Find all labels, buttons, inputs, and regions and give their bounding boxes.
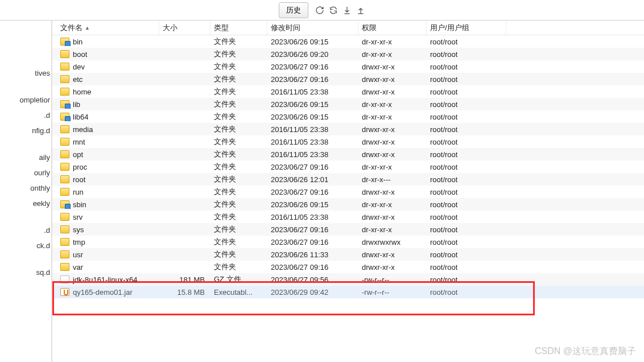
folder-icon bbox=[60, 138, 69, 146]
file-user: root/root bbox=[427, 38, 506, 46]
sidebar-item[interactable]: ompletior bbox=[0, 92, 51, 108]
table-row[interactable]: qy165-demo01.jar15.8 MBExecutabl...2023/… bbox=[52, 286, 644, 298]
folder-icon bbox=[60, 263, 69, 271]
table-row[interactable]: jdk-8u161-linux-x64181 MBGZ 文件2023/06/27… bbox=[52, 273, 644, 286]
header-perm[interactable]: 权限 bbox=[358, 20, 427, 35]
file-perm: dr-xr-xr-x bbox=[358, 200, 427, 209]
file-date: 2023/06/26 12:01 bbox=[267, 175, 358, 184]
file-perm: drwxr-xr-x bbox=[358, 263, 427, 272]
sidebar-item[interactable] bbox=[0, 253, 51, 265]
file-type: 文件夹 bbox=[210, 112, 267, 122]
header-date[interactable]: 修改时间 bbox=[267, 20, 358, 35]
file-type: 文件夹 bbox=[210, 137, 267, 147]
sidebar-item[interactable]: tives bbox=[0, 65, 51, 81]
sidebar-item[interactable]: eekly bbox=[0, 196, 51, 211]
sidebar-item[interactable]: aily bbox=[0, 150, 51, 165]
sidebar-item[interactable] bbox=[0, 211, 51, 223]
file-date: 2023/06/27 09:16 bbox=[267, 238, 358, 246]
sync-icon[interactable] bbox=[329, 6, 338, 15]
file-user: root/root bbox=[427, 63, 506, 71]
sidebar-item[interactable]: .d bbox=[0, 223, 51, 238]
table-row[interactable]: sys文件夹2023/06/27 09:16dr-xr-xr-xroot/roo… bbox=[52, 223, 644, 236]
sidebar-item[interactable]: onthly bbox=[0, 180, 51, 196]
refresh-icon[interactable] bbox=[315, 6, 324, 15]
file-type: 文件夹 bbox=[210, 61, 267, 72]
file-type: 文件夹 bbox=[210, 174, 267, 184]
table-row[interactable]: root文件夹2023/06/26 12:01dr-xr-x---root/ro… bbox=[52, 173, 644, 186]
sidebar-item[interactable]: ourly bbox=[0, 165, 51, 180]
file-name: proc bbox=[73, 163, 87, 171]
file-perm: drwxr-xr-x bbox=[358, 138, 427, 146]
sidebar-item[interactable]: ck.d bbox=[0, 238, 51, 253]
table-row[interactable]: var文件夹2023/06/27 09:16drwxr-xr-xroot/roo… bbox=[52, 261, 644, 273]
file-perm: -rw-r--r-- bbox=[358, 288, 427, 297]
download-icon[interactable] bbox=[342, 6, 352, 15]
sidebar-item[interactable]: sq.d bbox=[0, 265, 51, 280]
table-row[interactable]: srv文件夹2016/11/05 23:38drwxr-xr-xroot/roo… bbox=[52, 211, 644, 223]
file-user: root/root bbox=[427, 288, 506, 297]
file-date: 2016/11/05 23:38 bbox=[267, 150, 358, 159]
history-button[interactable]: 历史 bbox=[279, 2, 308, 18]
sidebar-item[interactable] bbox=[0, 81, 51, 92]
file-perm: dr-xr-xr-x bbox=[358, 38, 427, 46]
file-date: 2016/11/05 23:38 bbox=[267, 125, 358, 134]
file-user: root/root bbox=[427, 100, 506, 109]
file-name: dev bbox=[73, 63, 85, 71]
table-row[interactable]: mnt文件夹2016/11/05 23:38drwxr-xr-xroot/roo… bbox=[52, 135, 644, 148]
top-toolbar: 历史 bbox=[0, 0, 644, 20]
sidebar-item[interactable] bbox=[0, 138, 51, 150]
file-perm: drwxr-xr-x bbox=[358, 63, 427, 71]
table-row[interactable]: bin文件夹2023/06/26 09:15dr-xr-xr-xroot/roo… bbox=[52, 35, 644, 48]
file-name: run bbox=[73, 188, 84, 196]
file-type: 文件夹 bbox=[210, 249, 267, 260]
file-name: root bbox=[73, 175, 85, 184]
table-row[interactable]: dev文件夹2023/06/27 09:16drwxr-xr-xroot/roo… bbox=[52, 60, 644, 73]
sidebar-item[interactable]: .d bbox=[0, 108, 51, 123]
header-type[interactable]: 类型 bbox=[210, 20, 267, 35]
file-perm: drwxr-xr-x bbox=[358, 125, 427, 134]
file-type: 文件夹 bbox=[210, 87, 267, 97]
file-type: GZ 文件 bbox=[210, 274, 267, 285]
table-row[interactable]: tmp文件夹2023/06/27 09:16drwxrwxrwxroot/roo… bbox=[52, 236, 644, 248]
main-area: tivesompletior.dnfig.dailyourlyonthlyeek… bbox=[0, 20, 644, 362]
folder-link-icon bbox=[60, 200, 69, 208]
file-date: 2023/06/27 09:16 bbox=[267, 63, 358, 71]
table-row[interactable]: etc文件夹2023/06/27 09:16drwxr-xr-xroot/roo… bbox=[52, 73, 644, 85]
sort-asc-icon: ▲ bbox=[85, 25, 90, 31]
table-row[interactable]: proc文件夹2023/06/27 09:16dr-xr-xr-xroot/ro… bbox=[52, 161, 644, 173]
header-name[interactable]: 文件名▲ bbox=[57, 20, 159, 35]
sidebar-item[interactable]: nfig.d bbox=[0, 123, 51, 138]
file-name: tmp bbox=[73, 238, 85, 246]
table-row[interactable]: run文件夹2023/06/27 09:16drwxr-xr-xroot/roo… bbox=[52, 186, 644, 198]
table-row[interactable]: home文件夹2016/11/05 23:38drwxr-xr-xroot/ro… bbox=[52, 85, 644, 98]
file-name: opt bbox=[73, 150, 83, 159]
file-perm: dr-xr-xr-x bbox=[358, 225, 427, 234]
table-row[interactable]: opt文件夹2016/11/05 23:38drwxr-xr-xroot/roo… bbox=[52, 148, 644, 161]
file-perm: dr-xr-xr-x bbox=[358, 113, 427, 121]
table-row[interactable]: lib文件夹2023/06/26 09:15dr-xr-xr-xroot/roo… bbox=[52, 98, 644, 110]
file-type: 文件夹 bbox=[210, 49, 267, 59]
file-user: root/root bbox=[427, 200, 506, 209]
table-row[interactable]: boot文件夹2023/06/26 09:20dr-xr-xr-xroot/ro… bbox=[52, 48, 644, 60]
file-type: 文件夹 bbox=[210, 187, 267, 197]
file-perm: drwxr-xr-x bbox=[358, 150, 427, 159]
table-row[interactable]: usr文件夹2023/06/26 11:33drwxr-xr-xroot/roo… bbox=[52, 248, 644, 261]
table-row[interactable]: lib64文件夹2023/06/26 09:15dr-xr-xr-xroot/r… bbox=[52, 110, 644, 123]
folder-icon bbox=[60, 163, 69, 171]
table-header[interactable]: 文件名▲ 大小 类型 修改时间 权限 用户/用户组 bbox=[52, 20, 644, 35]
left-tree-panel[interactable]: tivesompletior.dnfig.dailyourlyonthlyeek… bbox=[0, 20, 52, 362]
folder-icon bbox=[60, 125, 69, 133]
header-user[interactable]: 用户/用户组 bbox=[427, 20, 506, 35]
file-user: root/root bbox=[427, 150, 506, 159]
file-user: root/root bbox=[427, 188, 506, 196]
file-name: usr bbox=[73, 250, 83, 259]
file-type: 文件夹 bbox=[210, 162, 267, 172]
table-row[interactable]: media文件夹2016/11/05 23:38drwxr-xr-xroot/r… bbox=[52, 123, 644, 135]
file-type: 文件夹 bbox=[210, 237, 267, 247]
file-type: Executabl... bbox=[210, 288, 267, 297]
header-size[interactable]: 大小 bbox=[159, 20, 210, 35]
file-name: var bbox=[73, 263, 83, 272]
table-body: bin文件夹2023/06/26 09:15dr-xr-xr-xroot/roo… bbox=[52, 35, 644, 298]
upload-icon[interactable] bbox=[356, 6, 365, 15]
table-row[interactable]: sbin文件夹2023/06/26 09:15dr-xr-xr-xroot/ro… bbox=[52, 198, 644, 211]
